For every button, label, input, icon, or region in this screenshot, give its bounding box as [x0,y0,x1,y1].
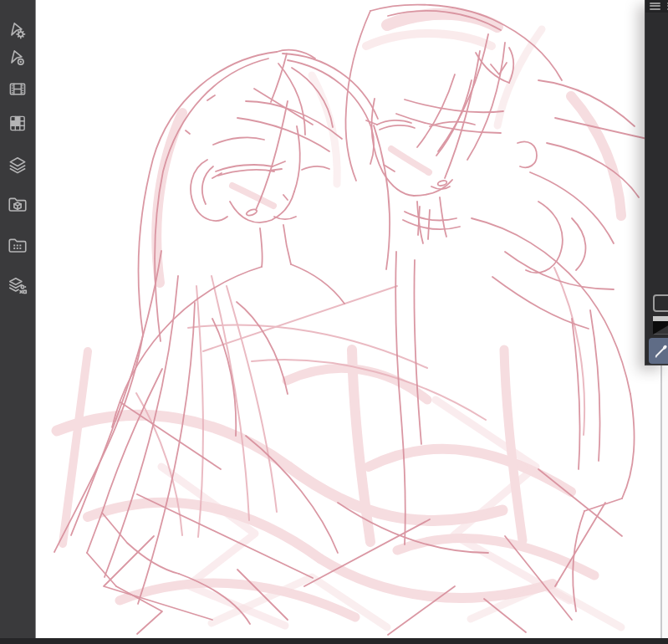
sidebar-item-folder-objects[interactable] [7,194,28,216]
folder-cube-icon [7,194,28,216]
empty-color-swatch[interactable] [653,294,668,312]
layers-icon [7,155,28,176]
blocks-grid-icon [7,114,28,133]
sidebar-item-filmstrip[interactable] [7,79,28,99]
app-window [0,0,668,644]
sidebar-item-pointer-target[interactable] [7,47,28,69]
sidebar-item-layers[interactable] [7,155,28,176]
folder-grid-icon [7,235,28,257]
sketch-artwork [36,0,660,638]
filmstrip-icon [7,79,28,99]
canvas-area [35,0,668,638]
sidebar-item-layer-options[interactable] [7,275,28,297]
pointer-target-icon [7,47,28,69]
eyedropper-icon [651,340,668,360]
hamburger-menu-icon[interactable] [650,3,661,11]
panel-header [645,0,668,13]
eyedropper-button[interactable] [649,338,668,364]
pointer-gear-icon [7,19,28,41]
layers-xo-icon [7,275,28,297]
drawing-canvas[interactable] [36,0,660,638]
right-tool-panel [645,0,668,365]
left-toolbar [0,0,35,644]
bottom-status-bar [0,638,668,644]
sidebar-item-folder-assets[interactable] [7,235,28,257]
sidebar-item-blocks-grid[interactable] [7,114,28,133]
sidebar-item-tool-settings[interactable] [7,19,28,41]
gradient-color-swatch[interactable] [653,316,668,335]
